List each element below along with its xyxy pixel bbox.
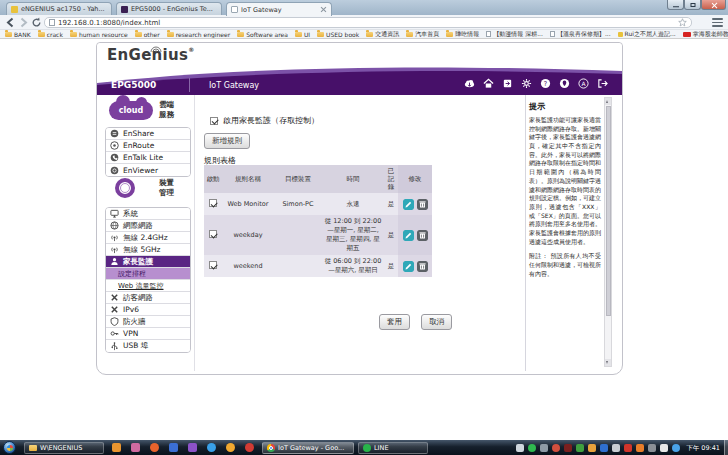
tray-icon[interactable] xyxy=(540,444,548,452)
pinned-app-icon[interactable] xyxy=(112,443,121,452)
taskbar-explorer-button[interactable]: W\ENGENIUS xyxy=(24,442,104,454)
cancel-button[interactable]: 取消 xyxy=(421,314,452,330)
enable-parental-label: 啟用家長監護（存取控制） xyxy=(223,115,319,126)
bookmark-item[interactable]: 【動漫情報 深耕... xyxy=(486,30,543,39)
bookmark-item[interactable]: human resource xyxy=(70,31,128,38)
pinned-app-icon[interactable] xyxy=(150,443,159,452)
sidebar-item-internet[interactable]: 網際網路 xyxy=(106,220,190,232)
sidebar-item-entalk-lite[interactable]: EnTalk Lite xyxy=(106,152,190,164)
internet-explorer-icon[interactable] xyxy=(207,443,216,452)
sidebar-item-usb-port[interactable]: USB 埠 xyxy=(106,340,190,352)
maximize-button[interactable] xyxy=(684,0,701,10)
tray-icon[interactable] xyxy=(636,444,644,452)
sidebar-item-firewall[interactable]: 防火牆 xyxy=(106,316,190,328)
url-field[interactable]: 192.168.0.1:8080/index.html xyxy=(44,17,692,28)
browser-tab-1[interactable]: eNGENIUS ac1750 - Yah... xyxy=(6,2,112,15)
edit-rule-button[interactable] xyxy=(403,261,414,272)
bookmark-star-icon[interactable] xyxy=(678,18,687,27)
apply-button[interactable]: 套用 xyxy=(379,314,410,330)
sidebar-item-ipv6[interactable]: IPv6 xyxy=(106,304,190,316)
scroll-up-icon[interactable] xyxy=(605,98,611,105)
logout-icon[interactable] xyxy=(597,78,608,89)
pinned-app-icon[interactable] xyxy=(245,443,254,452)
refresh-icon[interactable] xyxy=(31,17,42,28)
scrollbar-thumb[interactable] xyxy=(606,106,611,316)
taskbar-line-button[interactable]: LINE xyxy=(358,442,428,454)
setup-wizard-icon[interactable] xyxy=(502,78,513,89)
bookmark-item[interactable]: 賺吃情報 xyxy=(446,30,479,39)
forward-icon[interactable] xyxy=(18,17,29,28)
bookmark-item[interactable]: 交通資訊 xyxy=(366,30,399,39)
sidebar-item-enviewer[interactable]: EnViewer xyxy=(106,164,190,176)
tray-icon[interactable] xyxy=(564,444,572,452)
pinned-app-icon[interactable] xyxy=(226,443,235,452)
tray-icon[interactable] xyxy=(528,444,536,452)
bookmark-item[interactable]: UI xyxy=(295,31,310,38)
bookmark-item[interactable]: 【溫泉再保修期】... xyxy=(550,30,611,39)
delete-rule-button[interactable] xyxy=(417,230,428,241)
bookmark-item[interactable]: research engineer xyxy=(167,31,231,38)
enable-parental-checkbox[interactable] xyxy=(210,117,218,125)
sidebar-item-system[interactable]: 系統 xyxy=(106,208,190,220)
sidebar-item-web-traffic-monitor[interactable]: Web 流量監控 xyxy=(106,280,190,292)
sidebar-item-guest-network[interactable]: 訪客網路 xyxy=(106,292,190,304)
sidebar-item-schedule-settings[interactable]: 設定排程 xyxy=(106,268,190,280)
tray-icon[interactable] xyxy=(588,444,596,452)
back-icon[interactable] xyxy=(5,17,16,28)
sidebar-item-enroute[interactable]: EnRoute xyxy=(106,140,190,152)
pinned-app-icon[interactable] xyxy=(188,443,197,452)
bookmark-item[interactable]: 掌海股老師教你哇... xyxy=(683,30,728,39)
chrome-menu-icon[interactable] xyxy=(712,18,723,27)
home-icon[interactable] xyxy=(483,78,494,89)
tray-icon[interactable] xyxy=(648,444,656,452)
bookmark-item[interactable]: BANK xyxy=(5,31,31,38)
device-menu: 系統 網際網路 無線 2.4GHz 無線 5GHz 家長監護 xyxy=(105,207,191,353)
edit-rule-button[interactable] xyxy=(403,230,414,241)
close-button[interactable] xyxy=(701,0,726,10)
sidebar-item-wireless-24ghz[interactable]: 無線 2.4GHz xyxy=(106,232,190,244)
bookmark-item[interactable]: Software area xyxy=(237,31,288,38)
scroll-down-icon[interactable] xyxy=(605,359,611,366)
bookmark-item[interactable]: Rui之不屈人遊記... xyxy=(618,30,676,39)
bookmark-item[interactable]: crack xyxy=(38,31,63,38)
network-icon[interactable] xyxy=(660,444,668,452)
tray-icon[interactable] xyxy=(600,444,608,452)
add-rule-button[interactable]: 新增規則 xyxy=(204,133,250,149)
sidebar-item-parental-control[interactable]: 家長監護 xyxy=(106,256,190,268)
rule-enabled-checkbox[interactable] xyxy=(209,199,217,207)
show-desktop-button[interactable] xyxy=(724,440,728,455)
minimize-button[interactable] xyxy=(667,0,684,10)
bookmark-item[interactable]: 汽車首頁 xyxy=(406,30,439,39)
main-content: 啟用家長監護（存取控制） 新增規則 規則表格 啟動 規則名稱 目標裝置 時間 已… xyxy=(202,95,526,371)
about-icon[interactable]: A xyxy=(578,78,589,89)
browser-tab-2[interactable]: EPG5000 - EnGenius Te... xyxy=(116,2,222,15)
pinned-app-icon[interactable] xyxy=(169,443,178,452)
sidebar-item-wireless-5ghz[interactable]: 無線 5GHz xyxy=(106,244,190,256)
help-scrollbar[interactable] xyxy=(604,97,612,367)
delete-rule-button[interactable] xyxy=(417,261,428,272)
volume-icon[interactable] xyxy=(672,444,680,452)
help-icon[interactable]: ? xyxy=(540,78,551,89)
tray-icon[interactable] xyxy=(612,444,620,452)
location-icon[interactable] xyxy=(559,78,570,89)
taskbar-chrome-button[interactable]: IoT Gateway - Goo... xyxy=(262,442,354,454)
sidebar-item-enshare[interactable]: EnShare xyxy=(106,128,190,140)
taskbar-clock[interactable]: 下午 09:41 xyxy=(686,444,720,453)
sidebar-item-vpn[interactable]: VPN xyxy=(106,328,190,340)
browser-tab-3-active[interactable]: IoT Gateway xyxy=(226,2,332,16)
settings-gear-icon[interactable] xyxy=(521,78,532,89)
start-button[interactable] xyxy=(3,441,16,454)
tab-close-icon[interactable] xyxy=(320,6,327,13)
pinned-app-icon[interactable] xyxy=(131,443,140,452)
bookmark-item[interactable]: other xyxy=(135,31,160,38)
delete-rule-button[interactable] xyxy=(417,199,428,210)
tray-icon[interactable] xyxy=(552,444,560,452)
rule-enabled-checkbox[interactable] xyxy=(209,261,217,269)
rule-enabled-checkbox[interactable] xyxy=(209,230,217,238)
cloud-status-icon[interactable] xyxy=(464,78,475,89)
edit-rule-button[interactable] xyxy=(403,199,414,210)
tray-icon[interactable] xyxy=(576,444,584,452)
tray-icon[interactable] xyxy=(624,444,632,452)
bookmark-item[interactable]: USED book xyxy=(317,31,359,38)
tray-icon[interactable] xyxy=(516,444,524,452)
